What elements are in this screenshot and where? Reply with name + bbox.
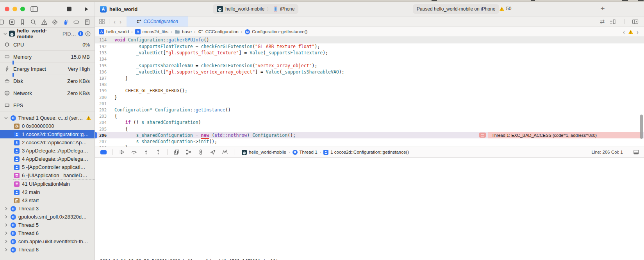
- stack-frame-row[interactable]: 41 UIApplicationMain: [0, 180, 95, 188]
- line-number[interactable]: 201: [95, 101, 110, 106]
- code-line-200[interactable]: 200}: [95, 94, 644, 100]
- line-number[interactable]: 195: [95, 63, 110, 68]
- line-number[interactable]: 206: [95, 133, 110, 138]
- thread-row[interactable]: Thread 5: [0, 221, 95, 229]
- code-line-203[interactable]: 203{: [95, 113, 644, 119]
- breadcrumb-item[interactable]: Acocos2d_libs: [135, 29, 168, 34]
- debug-breadcrumb-item[interactable]: Thread 1: [293, 150, 318, 155]
- project-navigator-icon[interactable]: [0, 19, 4, 25]
- go-back-icon[interactable]: ‹: [114, 18, 116, 25]
- minimize-window-button[interactable]: [12, 7, 17, 11]
- thread-row[interactable]: Thread 6: [0, 229, 95, 237]
- gauge-energy-impact[interactable]: Energy ImpactVery High: [0, 63, 95, 75]
- debug-breadcrumb-item[interactable]: hello_world-mobile: [242, 150, 286, 155]
- library-add-button[interactable]: +: [598, 4, 607, 13]
- step-out-icon[interactable]: [155, 149, 161, 155]
- gauges-icon[interactable]: [85, 31, 91, 37]
- code-line-197[interactable]: 197 }: [95, 75, 644, 81]
- code-line-192[interactable]: 192 _supportsFloatTexture = checkForGLEx…: [95, 43, 644, 50]
- chevron-right-icon[interactable]: [4, 215, 8, 219]
- next-issue-icon[interactable]: ›: [637, 29, 639, 35]
- line-number[interactable]: 198: [95, 82, 110, 87]
- chevron-down-icon[interactable]: [3, 32, 7, 36]
- thread-row[interactable]: com.apple.uikit.eventfetch-th…: [0, 237, 95, 246]
- code-line-208[interactable]: 208 }: [95, 145, 644, 147]
- zoom-window-button[interactable]: [20, 7, 25, 11]
- line-number[interactable]: 199: [95, 88, 110, 93]
- line-number[interactable]: 197: [95, 76, 110, 81]
- stack-frame-row[interactable]: 2 cocos2d::Application::Ap…: [0, 138, 95, 147]
- process-row[interactable]: hello_world-mobile PID…: [0, 28, 95, 39]
- source-code[interactable]: 192 _supportsFloatTexture = checkForGLEx…: [95, 43, 644, 147]
- metal-capture-icon[interactable]: [222, 149, 228, 155]
- code-line-196[interactable]: 196 _valueDict["gl.supports_vertex_array…: [95, 69, 644, 75]
- stack-frame-row[interactable]: 6 -[UIApplication _handleD…: [0, 171, 95, 179]
- code-line-205[interactable]: 205 {: [95, 126, 644, 132]
- hide-console-icon[interactable]: [633, 149, 639, 155]
- thread-row[interactable]: gputools.smt_poll.0x28320d…: [0, 213, 95, 221]
- line-number[interactable]: 205: [95, 127, 110, 131]
- go-forward-icon[interactable]: ›: [120, 18, 121, 25]
- code-line-204[interactable]: 204 if (! s_sharedConfiguration): [95, 119, 644, 126]
- issue-navigator-icon[interactable]: [41, 19, 48, 25]
- line-number[interactable]: 192: [95, 44, 110, 49]
- runtime-issue-annotation[interactable]: Thread 1: EXC_BAD_ACCESS (code=1, addres…: [479, 132, 641, 138]
- thread-row[interactable]: Thread 3: [0, 204, 95, 213]
- test-navigator-icon[interactable]: [52, 19, 58, 25]
- breadcrumb-item[interactable]: base: [175, 29, 192, 34]
- gauge-disk[interactable]: DiskZero KB/s: [0, 75, 95, 87]
- view-hierarchy-icon[interactable]: [173, 149, 180, 155]
- line-number[interactable]: 200: [95, 95, 110, 100]
- breakpoints-toggle-button[interactable]: [100, 150, 107, 154]
- line-number[interactable]: 208: [95, 145, 110, 147]
- code-line-198[interactable]: 198: [95, 81, 644, 88]
- stack-frame-row[interactable]: 1 cocos2d::Configuration::g…: [0, 130, 95, 138]
- run-button[interactable]: [83, 6, 89, 12]
- chevron-down-icon[interactable]: [4, 116, 8, 120]
- line-number[interactable]: 203: [95, 114, 110, 118]
- chevron-right-icon[interactable]: [4, 223, 8, 227]
- stack-frame-row[interactable]: 43 start: [0, 196, 95, 204]
- sidebar-toggle-icon[interactable]: [30, 6, 38, 12]
- code-line-193[interactable]: 193 _valueDict["gl.supports_float_textur…: [95, 50, 644, 56]
- step-into-icon[interactable]: [143, 149, 149, 155]
- related-items-icon[interactable]: [99, 18, 105, 25]
- thread-row[interactable]: Thread 8: [0, 246, 95, 254]
- stack-frame-row[interactable]: 5 -[AppController applicati…: [0, 163, 95, 171]
- code-line-194[interactable]: 194: [95, 56, 644, 62]
- environment-overrides-icon[interactable]: [198, 149, 204, 155]
- code-line-202[interactable]: 202Configuration* Configuration::getInst…: [95, 107, 644, 113]
- previous-issue-icon[interactable]: ‹: [623, 29, 625, 35]
- minimap-options-icon[interactable]: [609, 18, 616, 25]
- debug-navigator-icon[interactable]: [62, 19, 69, 25]
- line-number[interactable]: 193: [95, 50, 110, 55]
- debug-breadcrumb-item[interactable]: 1 cocos2d::Configuration::getInstance(): [323, 150, 409, 155]
- stack-frame-row[interactable]: 0 0x00000000: [0, 122, 95, 130]
- line-number[interactable]: 196: [95, 70, 110, 74]
- memory-graph-icon[interactable]: [186, 149, 192, 155]
- line-number[interactable]: 207: [95, 139, 110, 144]
- issue-warning-icon[interactable]: [628, 29, 633, 34]
- source-control-navigator-icon[interactable]: [9, 19, 15, 25]
- warning-count-group[interactable]: 50: [499, 6, 511, 11]
- console-output[interactable]: 2024-04-14 16:32:50.541211+0800 hello_wo…: [95, 158, 644, 260]
- code-line-207[interactable]: 207 s_sharedConfiguration->init();: [95, 138, 644, 145]
- runtime-issue-icon[interactable]: [479, 133, 486, 138]
- stack-frame-row[interactable]: 4 AppDelegate::AppDelega…: [0, 155, 95, 163]
- chevron-right-icon[interactable]: [4, 239, 8, 244]
- code-line-199[interactable]: 199 CHECK_GL_ERROR_DEBUG();: [95, 88, 644, 94]
- thread-row[interactable]: Thread 1 Queue: c...d (serial): [0, 114, 95, 122]
- breadcrumb-item[interactable]: Ahello_world: [99, 29, 129, 34]
- code-line-206[interactable]: 206 s_sharedConfiguration = new (std::no…: [95, 132, 644, 138]
- tab-ccconfiguration[interactable]: C+ CCConfiguration: [127, 16, 188, 27]
- scrollbar-thumb[interactable]: [640, 115, 643, 139]
- code-line-195[interactable]: 195 _supportsShareableVAO = checkForGLEx…: [95, 63, 644, 69]
- code-line-201[interactable]: 201: [95, 100, 644, 107]
- close-window-button[interactable]: [5, 7, 9, 11]
- bookmark-navigator-icon[interactable]: [19, 19, 26, 25]
- code-review-icon[interactable]: ⇄: [599, 18, 605, 25]
- gauge-cpu[interactable]: CPU0%: [0, 39, 95, 51]
- stack-frame-row[interactable]: 42 main: [0, 188, 95, 196]
- step-over-icon[interactable]: [131, 149, 137, 155]
- line-number[interactable]: 202: [95, 108, 110, 112]
